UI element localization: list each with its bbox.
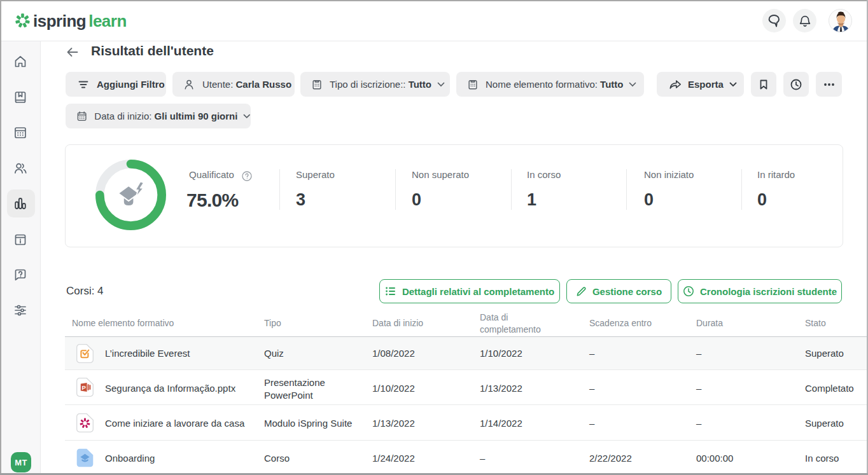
svg-text:P: P xyxy=(82,384,87,391)
